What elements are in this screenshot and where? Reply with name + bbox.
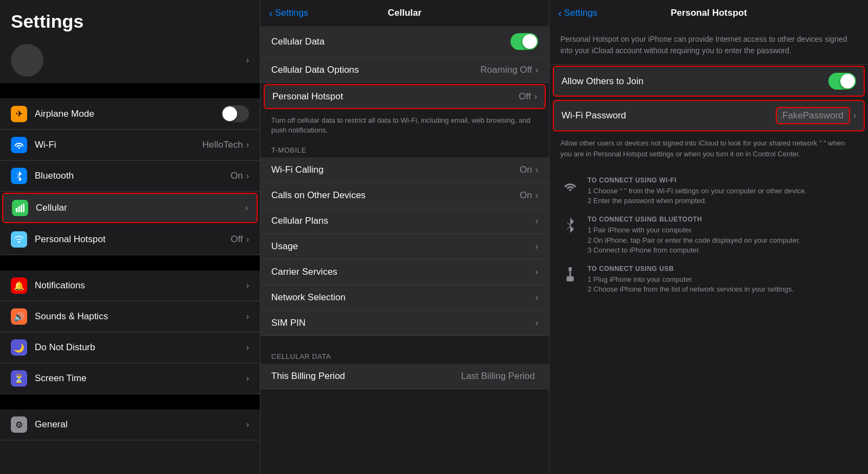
sounds-icon: 🔊 [11, 308, 27, 325]
wifi-calling-chevron: › [535, 165, 538, 175]
wifi-connect-icon [560, 176, 580, 196]
bluetooth-value: On [231, 170, 243, 181]
cellular-data-toggle[interactable] [510, 33, 538, 50]
network-selection-label: Network Selection [271, 292, 535, 303]
cellular-hotspot-value: Off [519, 91, 531, 102]
bluetooth-step3: 3 Connect to iPhone from computer. [588, 245, 857, 255]
airplane-mode-icon: ✈ [11, 106, 27, 122]
svg-rect-2 [21, 205, 22, 212]
section-gap-2 [0, 255, 260, 270]
airplane-mode-toggle[interactable] [221, 105, 249, 122]
calls-other-devices-chevron: › [535, 191, 538, 200]
sidebar-item-wifi[interactable]: Wi-Fi HelloTech › [0, 130, 260, 161]
wifi-chevron-icon: › [246, 140, 249, 150]
svg-rect-8 [567, 278, 569, 280]
cellular-back-button[interactable]: ‹ Settings [269, 7, 308, 20]
sidebar-item-sounds[interactable]: 🔊 Sounds & Haptics › [0, 301, 260, 332]
cellular-data-options-row[interactable]: Cellular Data Options Roaming Off › [260, 58, 549, 83]
cellular-icon [12, 200, 28, 216]
usage-label: Usage [271, 241, 535, 252]
sidebar-item-personal-hotspot[interactable]: Personal Hotspot Off › [0, 224, 260, 255]
hotspot-header-text: Personal Hotspot on your iPhone can prov… [550, 26, 868, 65]
allow-others-label: Allow Others to Join [561, 76, 828, 87]
allow-others-toggle[interactable] [828, 73, 856, 90]
bluetooth-step2: 2 On iPhone, tap Pair or enter the code … [588, 236, 857, 245]
usb-connect-icon [560, 265, 580, 285]
billing-label: This Billing Period [271, 371, 461, 382]
cellular-hotspot-chevron: › [534, 92, 537, 102]
tmobile-section-header: T-MOBILE [260, 141, 549, 157]
sidebar-item-cellular[interactable]: Cellular › [2, 193, 258, 223]
sim-pin-label: SIM PIN [271, 318, 535, 328]
screen-time-icon: ⏳ [11, 370, 27, 387]
calls-other-devices-value: On [520, 190, 532, 201]
sidebar-item-notifications[interactable]: 🔔 Notifications › [0, 270, 260, 301]
notifications-chevron-icon: › [246, 281, 249, 290]
svg-rect-9 [572, 278, 573, 280]
back-chevron-icon: ‹ [269, 7, 273, 20]
wifi-label: Wi-Fi [35, 140, 202, 150]
sidebar-item-airplane-mode[interactable]: ✈ Airplane Mode [0, 98, 260, 130]
cellular-chevron-icon: › [245, 203, 248, 213]
cellular-plans-row[interactable]: Cellular Plans › [260, 208, 549, 234]
hotspot-back-chevron-icon: ‹ [558, 7, 562, 20]
personal-hotspot-panel: ‹ Settings Personal Hotspot Personal Hot… [550, 0, 868, 474]
settings-panel: Settings › ✈ Airplane Mode Wi-Fi HelloTe… [0, 0, 260, 474]
bluetooth-icon [11, 168, 27, 184]
sidebar-item-screen-time[interactable]: ⏳ Screen Time › [0, 363, 260, 394]
svg-point-4 [18, 241, 20, 243]
section-gap-3 [0, 394, 260, 409]
usage-row[interactable]: Usage › [260, 234, 549, 260]
network-selection-row[interactable]: Network Selection › [260, 285, 549, 311]
personal-hotspot-label: Personal Hotspot [35, 234, 231, 245]
avatar [11, 44, 43, 77]
calls-other-devices-row[interactable]: Calls on Other Devices On › [260, 183, 549, 208]
section-gap-1 [0, 83, 260, 98]
connect-section: TO CONNECT USING WI-FI 1 Choose " " from… [550, 168, 868, 313]
billing-row[interactable]: This Billing Period Last Billing Period [260, 364, 549, 389]
notifications-label: Notifications [35, 280, 246, 291]
bluetooth-step1: 1 Pair iPhone with your computer. [588, 225, 857, 235]
wifi-value: HelloTech [202, 140, 243, 150]
personal-hotspot-value: Off [231, 234, 242, 245]
cellular-plans-chevron: › [535, 216, 538, 226]
chevron-right-icon: › [246, 55, 249, 65]
wifi-icon [11, 137, 27, 153]
network-selection-chevron: › [535, 293, 538, 302]
sidebar-item-general[interactable]: ⚙ General › [0, 409, 260, 440]
last-billing-label: Last Billing Period [461, 371, 535, 382]
sidebar-item-dnd[interactable]: 🌙 Do Not Disturb › [0, 332, 260, 363]
cellular-info-text: Turn off cellular data to restrict all d… [260, 110, 549, 141]
cellular-data-row[interactable]: Cellular Data [260, 26, 549, 58]
bluetooth-connect-icon [560, 216, 580, 235]
wifi-password-chevron: › [853, 111, 856, 121]
bluetooth-label: Bluetooth [35, 170, 231, 181]
wifi-calling-row[interactable]: Wi-Fi Calling On › [260, 157, 549, 183]
sounds-chevron-icon: › [246, 312, 249, 321]
wifi-calling-value: On [520, 165, 532, 175]
personal-hotspot-icon [11, 231, 27, 248]
sim-pin-chevron: › [535, 318, 538, 328]
personal-hotspot-chevron-icon: › [246, 235, 249, 244]
cellular-content: Cellular Data Cellular Data Options Roam… [260, 26, 549, 474]
hotspot-title: Personal Hotspot [671, 8, 747, 18]
sidebar-item-bluetooth[interactable]: Bluetooth On › [0, 161, 260, 192]
usb-connect-item: TO CONNECT USING USB 1 Plug iPhone into … [560, 265, 857, 294]
profile-row[interactable]: › [0, 37, 260, 83]
sim-pin-row[interactable]: SIM PIN › [260, 311, 549, 336]
dnd-label: Do Not Disturb [35, 342, 246, 353]
hotspot-back-button[interactable]: ‹ Settings [558, 7, 597, 20]
cellular-title: Cellular [388, 8, 422, 18]
wifi-calling-label: Wi-Fi Calling [271, 165, 520, 175]
carrier-services-row[interactable]: Carrier Services › [260, 260, 549, 285]
allow-others-row[interactable]: Allow Others to Join [553, 66, 865, 97]
bluetooth-chevron-icon: › [246, 171, 249, 181]
wifi-password-row[interactable]: Wi-Fi Password FakePassword › [553, 100, 865, 131]
carrier-services-label: Carrier Services [271, 267, 535, 277]
svg-rect-3 [23, 204, 25, 212]
cellular-personal-hotspot-row[interactable]: Personal Hotspot Off › [264, 84, 546, 109]
bluetooth-connect-text: TO CONNECT USING BLUETOOTH 1 Pair iPhone… [588, 216, 857, 255]
calls-other-devices-label: Calls on Other Devices [271, 190, 520, 201]
usb-step2: 2 Choose iPhone from the list of network… [588, 285, 857, 294]
dnd-icon: 🌙 [11, 339, 27, 356]
